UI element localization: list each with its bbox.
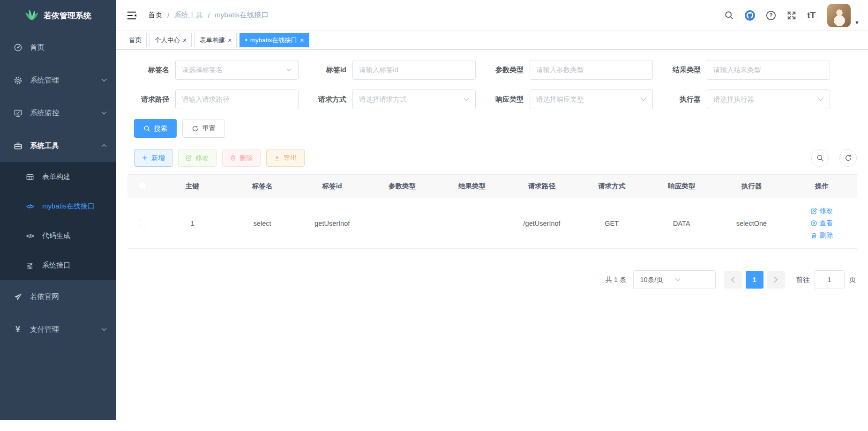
select-all-checkbox[interactable]	[139, 182, 146, 189]
export-button[interactable]: 导出	[266, 149, 305, 167]
close-icon[interactable]: ×	[228, 37, 232, 44]
refresh-icon	[192, 125, 199, 132]
navbar-actions: ? tT ▼	[719, 4, 860, 27]
yen-icon: ¥	[12, 325, 23, 334]
sidebar-item-official-site[interactable]: 若依官网	[0, 280, 116, 313]
sidebar-item-system-api[interactable]: 系统接口	[0, 251, 116, 280]
edit-icon	[186, 155, 192, 161]
sidebar-submenu-system-tools: 表单构建 </> mybatis在线接口 </> 代码生成 系统接口	[0, 162, 116, 280]
paper-plane-icon	[12, 292, 23, 301]
chevron-down-icon	[286, 68, 292, 72]
fullscreen-icon[interactable]	[781, 10, 802, 21]
col-header-tag-id: 标签id	[297, 175, 367, 198]
row-checkbox[interactable]	[139, 219, 146, 226]
svg-text:?: ?	[770, 12, 773, 19]
avatar[interactable]	[827, 4, 851, 27]
col-header-param-type: 参数类型	[367, 175, 437, 198]
col-header-result-type: 结果类型	[437, 175, 507, 198]
row-operations: 修改 查看	[786, 205, 857, 241]
button-label: 导出	[284, 154, 297, 163]
request-method-select[interactable]: 请选择请求方式	[352, 89, 476, 109]
sidebar-fold-icon[interactable]	[125, 9, 139, 22]
row-view-link[interactable]: 查看	[810, 217, 833, 229]
tag-id-input[interactable]	[359, 66, 469, 74]
sidebar-item-label: 表单构建	[42, 172, 70, 181]
delete-button[interactable]: 删除	[222, 149, 261, 167]
breadcrumb-home[interactable]: 首页	[148, 10, 163, 20]
show-search-toggle-button[interactable]	[811, 149, 829, 167]
breadcrumb: 首页 / 系统工具 / mybatis在线接口	[148, 10, 269, 20]
cell-result-type	[437, 198, 507, 249]
sidebar-item-mybatis-api[interactable]: </> mybatis在线接口	[0, 192, 116, 221]
tab-mybatis-api[interactable]: ● mybatis在线接口 ×	[239, 33, 309, 47]
button-label: 搜索	[154, 124, 167, 133]
sidebar-item-system-monitor[interactable]: 系统监控	[0, 97, 116, 129]
github-icon[interactable]	[739, 10, 761, 21]
sidebar-item-label: 系统管理	[30, 75, 59, 85]
table-row[interactable]: 1 select getUserInof /getUserInof GET DA…	[127, 198, 857, 249]
select-placeholder: 请选择标签名	[182, 66, 286, 74]
col-header-id: 主键	[157, 175, 227, 198]
close-icon[interactable]: ×	[183, 37, 187, 44]
row-delete-link[interactable]: 删除	[810, 230, 833, 241]
filter-tag-name: 标签名 请选择标签名	[127, 60, 305, 80]
tab-label: mybatis在线接口	[250, 36, 298, 45]
chevron-down-icon	[101, 327, 107, 331]
edit-button[interactable]: 修改	[178, 149, 217, 167]
search-button[interactable]: 搜索	[134, 119, 177, 138]
chevron-down-icon	[101, 111, 107, 115]
next-page-button[interactable]	[767, 271, 785, 289]
cell-response-type: DATA	[647, 198, 717, 249]
dashboard-icon	[12, 43, 23, 52]
goto-page-input[interactable]	[815, 270, 845, 289]
prev-page-button[interactable]	[724, 271, 742, 289]
page-content: 标签名 请选择标签名 标签id 参数类型	[116, 50, 868, 420]
app-logo[interactable]: 若依管理系统	[0, 0, 116, 31]
tag-name-select[interactable]: 请选择标签名	[175, 60, 299, 80]
tab-home[interactable]: 首页	[124, 33, 147, 47]
data-table: 主键 标签名 标签id 参数类型 结果类型 请求路径 请求方式 响应类型 执行器…	[127, 174, 857, 249]
sidebar-item-home[interactable]: 首页	[0, 31, 116, 64]
search-icon	[143, 125, 150, 132]
reset-button[interactable]: 重置	[182, 119, 225, 138]
executor-select[interactable]: 请选择执行器	[707, 89, 830, 109]
response-type-select[interactable]: 请选择响应类型	[530, 89, 653, 109]
page-number-button[interactable]: 1	[746, 271, 763, 289]
link-label: 修改	[820, 205, 833, 217]
sidebar-item-form-builder[interactable]: 表单构建	[0, 162, 116, 192]
search-icon[interactable]	[719, 10, 739, 20]
help-icon[interactable]: ?	[761, 10, 781, 21]
add-button[interactable]: 新增	[134, 149, 172, 167]
tab-profile[interactable]: 个人中心 ×	[150, 33, 192, 47]
sliders-icon	[24, 261, 36, 270]
request-path-input[interactable]	[182, 96, 292, 103]
close-icon[interactable]: ×	[300, 37, 304, 44]
button-label: 重置	[202, 124, 216, 133]
col-header-response-type: 响应类型	[647, 175, 717, 198]
filter-row-1: 标签名 请选择标签名 标签id 参数类型	[127, 60, 857, 80]
sidebar-item-payment-manage[interactable]: ¥ 支付管理	[0, 313, 116, 346]
sidebar-item-code-gen[interactable]: </> 代码生成	[0, 221, 116, 251]
result-type-input[interactable]	[713, 66, 823, 74]
page-size-select[interactable]: 10条/页	[633, 270, 716, 289]
tab-label: 表单构建	[200, 36, 225, 45]
user-menu[interactable]: ▼	[827, 4, 860, 27]
breadcrumb-system-tools: 系统工具	[174, 10, 203, 20]
tab-form-builder[interactable]: 表单构建 ×	[195, 33, 237, 47]
cell-request-method: GET	[577, 198, 647, 249]
filter-response-type: 响应类型 请选择响应类型	[482, 89, 659, 109]
sidebar-item-label: 代码生成	[42, 231, 70, 240]
param-type-input[interactable]	[536, 66, 646, 74]
sidebar-item-system-tools[interactable]: 系统工具	[0, 129, 116, 162]
button-label: 新增	[151, 154, 165, 163]
font-size-icon[interactable]: tT	[802, 10, 821, 21]
chevron-down-icon	[641, 97, 646, 101]
refresh-table-button[interactable]	[839, 149, 857, 167]
sidebar-item-label: 系统工具	[30, 141, 59, 151]
cell-executor: selectOne	[717, 198, 786, 249]
app-title: 若依管理系统	[44, 10, 91, 21]
row-edit-link[interactable]: 修改	[810, 205, 833, 217]
code-icon: </>	[24, 203, 36, 210]
sidebar-item-system-manage[interactable]: 系统管理	[0, 64, 116, 97]
field-label: 参数类型	[482, 66, 530, 74]
